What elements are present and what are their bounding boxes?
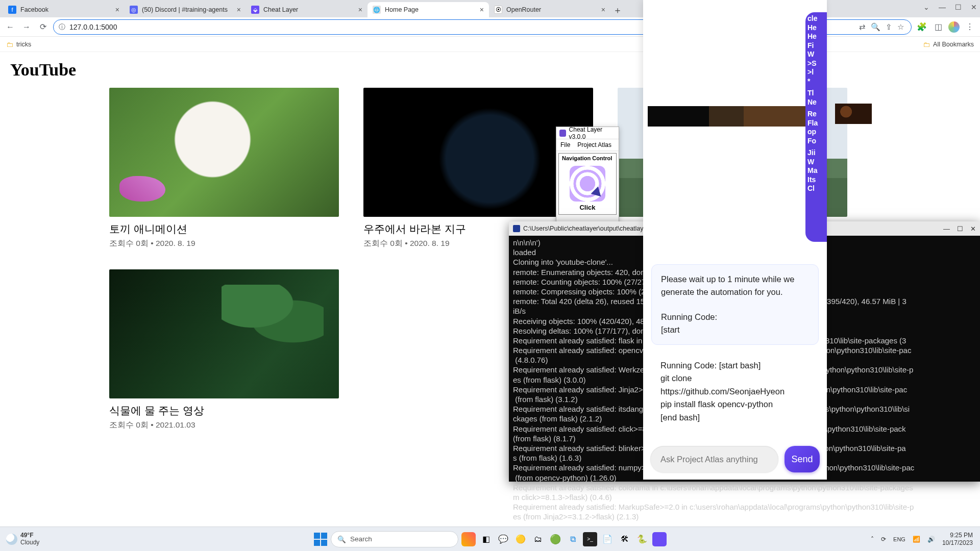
button-label: Click xyxy=(562,204,613,211)
taskbar-search[interactable]: 🔍 Search xyxy=(331,531,458,547)
video-thumbnail[interactable] xyxy=(109,88,339,217)
tray-wifi-icon[interactable]: 📶 xyxy=(913,536,920,543)
app-icon xyxy=(559,130,566,137)
minimize-icon[interactable]: — xyxy=(939,3,946,11)
terminal-title: C:\Users\Public\cheatlayer\output\cheatl… xyxy=(523,225,649,232)
close-icon[interactable]: ✕ xyxy=(970,225,976,233)
chat-message-code: Running Code: [start bash] git clone htt… xyxy=(651,352,819,432)
date: 10/17/2023 xyxy=(942,539,973,546)
new-tab-button[interactable]: ＋ xyxy=(610,3,625,17)
app-menubar: File Project Atlas xyxy=(556,139,619,151)
omnibox-actions: ⇄ 🔍 ⇪ ☆ xyxy=(859,22,906,32)
profile-avatar[interactable] xyxy=(948,21,960,33)
star-icon[interactable]: ☆ xyxy=(897,22,904,32)
system-tray: ˄ ⟳ ENG 📶 🔊 9:25 PM 10/17/2023 xyxy=(871,532,980,546)
video-meta: 조회수 0회 • 2020. 8. 19 xyxy=(109,238,339,249)
taskbar-terminal-icon[interactable]: >_ xyxy=(583,532,597,546)
tray-chevron-icon[interactable]: ˄ xyxy=(871,536,874,543)
taskbar-python-icon[interactable]: 🐍 xyxy=(635,532,649,546)
click-tool-button[interactable]: Click xyxy=(562,166,613,211)
app-titlebar[interactable]: Cheat Layer v3.0.0 xyxy=(556,127,619,139)
terminal-icon xyxy=(513,225,520,232)
favicon: f xyxy=(8,6,16,14)
video-card[interactable]: 식물에 물 주는 영상 조회수 0회 • 2021.01.03 xyxy=(109,269,339,431)
close-icon[interactable]: × xyxy=(358,6,362,14)
tab-openrouter[interactable]: ⦿ OpenRouter × xyxy=(489,2,610,17)
bookmark-label: tricks xyxy=(16,41,31,48)
tab-homepage[interactable]: 🌐 Home Page × xyxy=(368,2,489,17)
clock[interactable]: 9:25 PM 10/17/2023 xyxy=(942,532,973,546)
bookmark-label: All Bookmarks xyxy=(933,41,974,48)
close-icon[interactable]: × xyxy=(115,6,119,14)
chat-message-status: Please wait up to 1 minute while we gene… xyxy=(651,264,819,345)
close-icon[interactable]: × xyxy=(237,6,241,14)
bookmarks-bar: 🗀 tricks 🗀 All Bookmarks xyxy=(0,37,980,52)
weather-widget[interactable]: 49°F Cloudy xyxy=(0,532,39,546)
tab-title: (50) Discord | #training-agents xyxy=(142,6,233,13)
sidepanel-icon[interactable]: ◫ xyxy=(932,21,944,33)
chat-image-strip xyxy=(648,106,822,127)
tab-cheatlayer[interactable]: ⬙ Cheat Layer × xyxy=(246,2,368,17)
search-icon: 🔍 xyxy=(337,535,346,543)
minimize-icon[interactable]: — xyxy=(943,225,950,233)
transcript-peek-strip[interactable]: cle He He Fi W >S >l * Tl Ne Re Fla op F… xyxy=(805,12,827,242)
all-bookmarks-button[interactable]: 🗀 All Bookmarks xyxy=(923,40,974,48)
app-title: Cheat Layer v3.0.0 xyxy=(569,126,616,140)
maximize-icon[interactable]: ☐ xyxy=(957,225,963,233)
favicon: 🌐 xyxy=(373,6,381,14)
reload-button[interactable]: ⟳ xyxy=(37,21,49,33)
share-icon[interactable]: ⇪ xyxy=(886,22,892,32)
tab-discord[interactable]: ◎ (50) Discord | #training-agents × xyxy=(125,2,246,17)
taskbar-chrome-icon[interactable]: 🟡 xyxy=(513,532,528,546)
partial-thumbnail xyxy=(835,104,872,124)
back-button[interactable]: ← xyxy=(4,21,16,33)
taskbar-taskview-icon[interactable]: ◧ xyxy=(479,532,493,546)
panel-header: Navigation Control xyxy=(559,154,616,163)
taskbar-cheatlayer-icon[interactable] xyxy=(652,532,667,546)
video-thumbnail[interactable] xyxy=(109,269,339,398)
taskbar-app-icon[interactable]: 🟢 xyxy=(548,532,562,546)
start-button[interactable] xyxy=(313,532,328,546)
zoom-icon[interactable]: 🔍 xyxy=(871,22,880,32)
forward-button[interactable]: → xyxy=(20,21,33,33)
video-title: 식물에 물 주는 영상 xyxy=(109,404,339,418)
bookmark-tricks[interactable]: 🗀 tricks xyxy=(6,40,31,48)
tab-title: Facebook xyxy=(20,6,111,13)
weather-desc: Cloudy xyxy=(20,539,39,546)
close-icon[interactable]: ✕ xyxy=(971,3,977,11)
taskbar-app-icon[interactable] xyxy=(461,532,476,546)
tray-sync-icon[interactable]: ⟳ xyxy=(881,536,886,543)
taskbar-notepad-icon[interactable]: 📄 xyxy=(600,532,615,546)
maximize-icon[interactable]: ☐ xyxy=(955,3,962,11)
menu-file[interactable]: File xyxy=(560,141,570,148)
navigation-control-panel: Navigation Control Click xyxy=(558,153,617,215)
weather-temp: 49°F xyxy=(20,532,39,539)
taskbar-vscode-icon[interactable]: ⧉ xyxy=(566,532,580,546)
chat-input[interactable] xyxy=(650,446,778,472)
close-icon[interactable]: × xyxy=(601,6,605,14)
taskbar-explorer-icon[interactable]: 🗂 xyxy=(531,532,545,546)
chevron-down-icon[interactable]: ⌄ xyxy=(923,3,929,11)
send-button[interactable]: Send xyxy=(785,446,820,472)
favicon: ◎ xyxy=(130,6,138,14)
video-title: 토끼 애니메이션 xyxy=(109,222,339,236)
extensions-icon[interactable]: 🧩 xyxy=(916,21,928,33)
window-controls: ⌄ — ☐ ✕ xyxy=(923,3,977,11)
weather-icon xyxy=(6,534,17,545)
tab-title: Home Page xyxy=(385,6,476,13)
folder-icon: 🗀 xyxy=(6,40,13,48)
menu-project-atlas[interactable]: Project Atlas xyxy=(577,141,611,148)
taskbar-app-icon[interactable]: 🛠 xyxy=(618,532,632,546)
tray-language-icon[interactable]: ENG xyxy=(893,536,905,542)
menu-icon[interactable]: ⋮ xyxy=(964,21,976,33)
video-card[interactable]: 토끼 애니메이션 조회수 0회 • 2020. 8. 19 xyxy=(109,88,339,249)
close-icon[interactable]: × xyxy=(480,6,484,14)
browser-tabstrip: f Facebook × ◎ (50) Discord | #training-… xyxy=(0,0,980,17)
folder-icon: 🗀 xyxy=(923,40,930,48)
tab-facebook[interactable]: f Facebook × xyxy=(3,2,125,17)
translate-icon[interactable]: ⇄ xyxy=(859,22,866,32)
site-info-icon[interactable]: ⓘ xyxy=(59,22,65,32)
tab-title: OpenRouter xyxy=(506,6,597,13)
tray-volume-icon[interactable]: 🔊 xyxy=(927,536,935,543)
taskbar-chat-icon[interactable]: 💬 xyxy=(496,532,510,546)
